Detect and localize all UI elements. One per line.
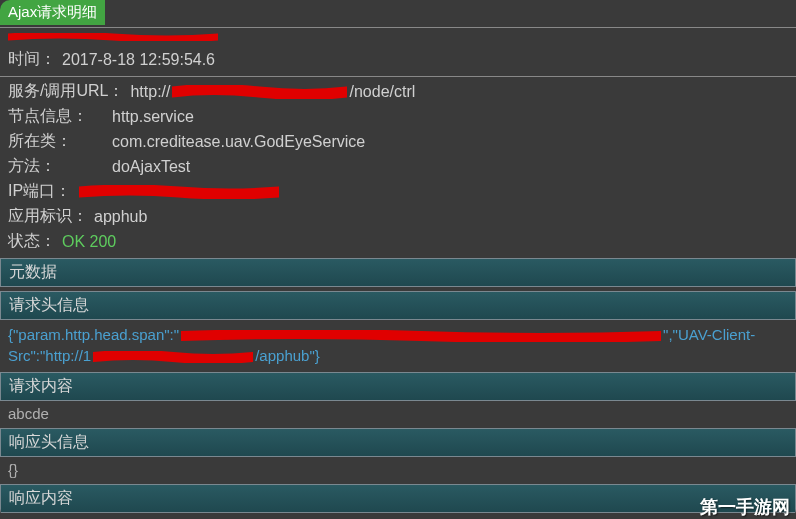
service-url-suffix: /node/ctrl	[349, 83, 415, 101]
method-label: 方法：	[8, 156, 56, 177]
section-response-headers[interactable]: 响应头信息	[0, 428, 796, 457]
app-id-row: 应用标识： apphub	[8, 204, 788, 229]
time-value: 2017-8-18 12:59:54.6	[62, 51, 215, 69]
node-info-label: 节点信息：	[8, 106, 88, 127]
redaction-mark	[172, 85, 347, 99]
section-response-body[interactable]: 响应内容	[0, 484, 796, 513]
time-row: 时间： 2017-8-18 12:59:54.6	[0, 45, 796, 77]
json-text: /apphub"}	[255, 347, 320, 364]
request-headers-content: {"param.http.head.span":"","UAV-Client- …	[0, 320, 796, 372]
json-text: Src":"http://1	[8, 347, 91, 364]
redaction-mark	[93, 351, 253, 363]
status-value: OK 200	[62, 233, 116, 251]
detail-block: 服务/调用URL： http:// /node/ctrl 节点信息： http.…	[0, 77, 796, 258]
ip-port-label: IP端口：	[8, 181, 71, 202]
redaction-mark	[181, 330, 661, 342]
service-url-row: 服务/调用URL： http:// /node/ctrl	[8, 79, 788, 104]
method-value: doAjaxTest	[112, 158, 190, 176]
method-row: 方法： doAjaxTest	[8, 154, 788, 179]
service-url-label: 服务/调用URL：	[8, 81, 124, 102]
json-text: {"param.http.head.span":"	[8, 326, 179, 343]
panel-title: Ajax请求明细	[0, 0, 105, 25]
status-row: 状态： OK 200	[8, 229, 788, 254]
time-label: 时间：	[8, 49, 56, 70]
response-headers-content: {}	[0, 457, 796, 484]
section-request-headers[interactable]: 请求头信息	[0, 291, 796, 320]
status-label: 状态：	[8, 231, 56, 252]
node-info-row: 节点信息： http.service	[8, 104, 788, 129]
json-text: ","UAV-Client-	[663, 326, 755, 343]
service-url-prefix: http://	[130, 83, 170, 101]
node-info-value: http.service	[112, 108, 194, 126]
class-value: com.creditease.uav.GodEyeService	[112, 133, 365, 151]
app-id-label: 应用标识：	[8, 206, 88, 227]
section-metadata[interactable]: 元数据	[0, 258, 796, 287]
redaction-mark	[8, 33, 218, 41]
class-row: 所在类： com.creditease.uav.GodEyeService	[8, 129, 788, 154]
request-body-content: abcde	[0, 401, 796, 428]
app-id-value: apphub	[94, 208, 147, 226]
redaction-mark	[79, 185, 279, 199]
ip-port-row: IP端口：	[8, 179, 788, 204]
section-request-body[interactable]: 请求内容	[0, 372, 796, 401]
class-label: 所在类：	[8, 131, 72, 152]
